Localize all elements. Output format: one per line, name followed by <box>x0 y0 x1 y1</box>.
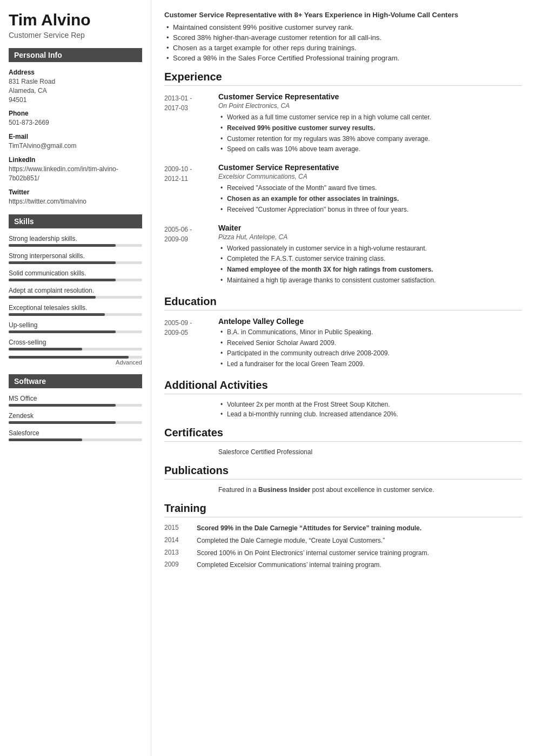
software-bar-bg <box>9 404 142 407</box>
sidebar: Tim Alvino Customer Service Rep Personal… <box>0 0 151 756</box>
skill-item: Exceptional telesales skills. <box>9 304 142 316</box>
skills-header: Skills <box>9 214 142 228</box>
software-header: Software <box>9 374 142 388</box>
summary-section: Customer Service Representative with 8+ … <box>164 11 522 62</box>
exp-bullet: Received "Customer Appreciation" bonus i… <box>218 205 522 214</box>
skill-bar-fill <box>9 244 116 247</box>
software-name: Salesforce <box>9 429 142 437</box>
skill-name: Cross-selling <box>9 339 142 346</box>
exp-bullet: Received 99% positive customer survey re… <box>218 124 522 133</box>
software-list: MS Office Zendesk Salesforce <box>9 395 142 441</box>
training-desc: Scored 99% in the Dale Carnegie “Attitud… <box>197 524 522 533</box>
certificates-section: Certificates Salesforce Certified Profes… <box>164 427 522 456</box>
skill-bar-bg <box>9 279 142 281</box>
activities-section: Additional Activities Volunteer 2x per m… <box>164 379 522 418</box>
edu-bullet: Participated in the community outreach d… <box>218 349 522 358</box>
exp-bullet: Speed on calls was 10% above team averag… <box>218 145 522 154</box>
exp-list: Worked passionately in customer service … <box>218 244 522 285</box>
summary-bullet: Maintained consistent 99% positive custo… <box>164 23 522 31</box>
skill-name: Exceptional telesales skills. <box>9 304 142 312</box>
skills-list: Strong leadership skills. Strong interpe… <box>9 235 142 366</box>
exp-bullet: Completed the F.A.S.T. customer service … <box>218 254 522 264</box>
skill-name: Strong leadership skills. <box>9 235 142 242</box>
sidebar-name: Tim Alvino <box>9 11 142 29</box>
education-list: 2005-09 -2009-05 Antelope Valley College… <box>164 317 522 370</box>
edu-bullet: Led a fundraiser for the local Green Tea… <box>218 360 522 369</box>
address-line2: Alameda, CA <box>9 86 142 96</box>
edu-content: Antelope Valley College B.A. in Communic… <box>218 317 522 370</box>
training-year: 2009 <box>164 561 197 570</box>
training-year: 2013 <box>164 549 197 558</box>
software-item: MS Office <box>9 395 142 407</box>
skill-item: Advanced <box>9 356 142 366</box>
email-label: E-mail <box>9 133 142 140</box>
exp-content: Customer Service Representative Excelsio… <box>218 163 522 215</box>
activity-bullet: Volunteer 2x per month at the Frost Stre… <box>218 401 522 408</box>
exp-bullet: Named employee of the month 3X for high … <box>218 265 522 274</box>
certificates-title: Certificates <box>164 427 522 442</box>
skill-bar-bg <box>9 348 142 350</box>
summary-bullet: Scored 38% higher-than-average customer … <box>164 33 522 42</box>
skill-bar-bg <box>9 330 142 333</box>
software-bar-bg <box>9 438 142 441</box>
activities-list: Volunteer 2x per month at the Frost Stre… <box>164 401 522 418</box>
training-row: 2015 Scored 99% in the Dale Carnegie “At… <box>164 524 522 533</box>
experience-section: Experience 2013-01 -2017-03 Customer Ser… <box>164 71 522 287</box>
software-name: MS Office <box>9 395 142 402</box>
summary-bullet: Scored a 98% in the Sales Force Certifie… <box>164 54 522 62</box>
summary-list: Maintained consistent 99% positive custo… <box>164 23 522 62</box>
activity-bullet: Lead a bi-monthly running club. Increase… <box>218 410 522 418</box>
personal-info-header: Personal Info <box>9 48 142 62</box>
main-content: Customer Service Representative with 8+ … <box>151 0 535 756</box>
exp-date: 2009-10 -2012-11 <box>164 163 218 215</box>
exp-bullet: Worked passionately in customer service … <box>218 244 522 253</box>
exp-content: Customer Service Representative On Point… <box>218 92 522 156</box>
exp-company: On Point Electronics, CA <box>218 102 522 110</box>
phone-label: Phone <box>9 110 142 117</box>
exp-bullet: Received "Associate of the Month" award … <box>218 184 522 193</box>
training-list: 2015 Scored 99% in the Dale Carnegie “At… <box>164 524 522 570</box>
exp-content: Waiter Pizza Hut, Antelope, CA Worked pa… <box>218 224 522 287</box>
skill-bar-fill <box>9 279 116 281</box>
twitter-value: https://twitter.com/timalvino <box>9 197 142 206</box>
summary-bullet: Chosen as a target example for other rep… <box>164 44 522 52</box>
edu-school: Antelope Valley College <box>218 317 522 326</box>
skill-name: Strong interpersonal skills. <box>9 252 142 260</box>
experience-row: 2009-10 -2012-11 Customer Service Repres… <box>164 163 522 215</box>
skill-item: Solid communication skills. <box>9 269 142 281</box>
exp-date: 2005-06 -2009-09 <box>164 224 218 287</box>
software-item: Zendesk <box>9 412 142 424</box>
software-bar-fill <box>9 404 116 407</box>
exp-job-title: Customer Service Representative <box>218 92 522 101</box>
skill-bar-fill <box>9 330 116 333</box>
software-item: Salesforce <box>9 429 142 441</box>
exp-job-title: Waiter <box>218 224 522 232</box>
software-bar-fill <box>9 438 82 441</box>
training-desc: Scored 100% in On Point Electronics’ int… <box>197 549 522 558</box>
exp-date: 2013-01 -2017-03 <box>164 92 218 156</box>
email-value: TimTAlvino@gmail.com <box>9 141 142 151</box>
exp-company: Excelsior Communications, CA <box>218 173 522 180</box>
training-row: 2013 Scored 100% in On Point Electronics… <box>164 549 522 558</box>
skill-bar-fill <box>9 261 116 264</box>
edu-list: B.A. in Communications, Minor in Public … <box>218 328 522 369</box>
training-desc: Completed Excelsior Communications’ inte… <box>197 561 522 570</box>
publications-section: Publications Featured in a Business Insi… <box>164 464 522 494</box>
exp-job-title: Customer Service Representative <box>218 163 522 172</box>
skill-item: Strong leadership skills. <box>9 235 142 247</box>
phone-value: 501-873-2669 <box>9 118 142 127</box>
address-line1: 831 Rasle Road <box>9 77 142 86</box>
exp-bullet: Chosen as an example for other associate… <box>218 194 522 204</box>
linkedin-value: https://www.linkedin.com/in/tim-alvino-7… <box>9 165 142 183</box>
experience-list: 2013-01 -2017-03 Customer Service Repres… <box>164 92 522 287</box>
training-row: 2009 Completed Excelsior Communications’… <box>164 561 522 570</box>
software-name: Zendesk <box>9 412 142 420</box>
edu-bullet: Received Senior Scholar Award 2009. <box>218 339 522 348</box>
skill-bar-fill <box>9 356 129 359</box>
experience-title: Experience <box>164 71 522 86</box>
education-title: Education <box>164 295 522 310</box>
activities-title: Additional Activities <box>164 379 522 394</box>
certificate-value: Salesforce Certified Professional <box>164 448 522 456</box>
education-section: Education 2005-09 -2009-05 Antelope Vall… <box>164 295 522 370</box>
exp-list: Worked as a full time customer service r… <box>218 113 522 154</box>
